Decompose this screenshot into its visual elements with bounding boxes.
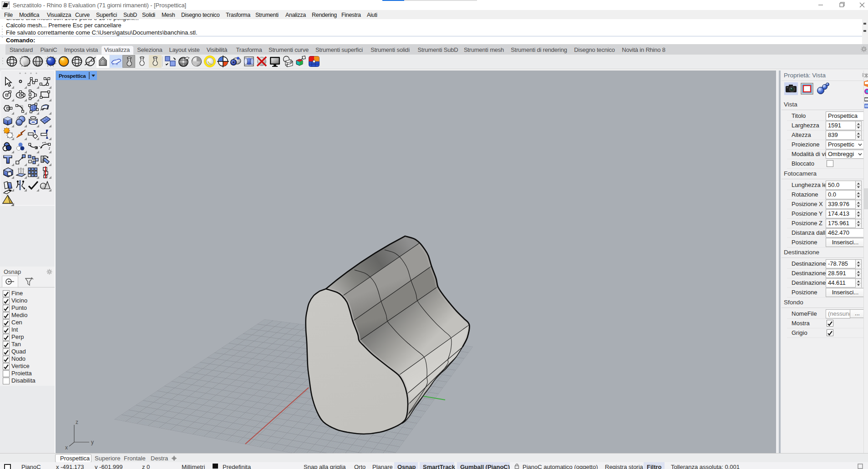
svg-text:Prospettica: Prospettica xyxy=(59,73,86,79)
svg-text:y: y xyxy=(91,439,94,445)
svg-text:8: 8 xyxy=(8,2,10,5)
svg-text:z: z xyxy=(76,419,78,425)
svg-text:x: x xyxy=(65,444,68,451)
